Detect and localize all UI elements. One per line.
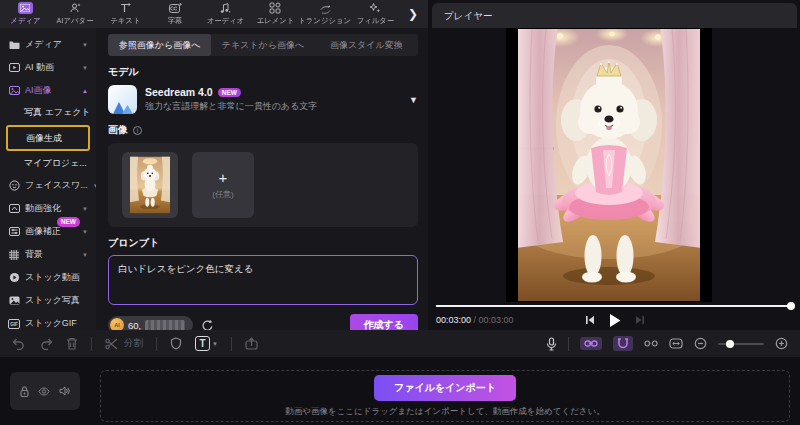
sidebar-item-ai-video[interactable]: AI 動画 ▼ <box>4 56 92 79</box>
tab-elements[interactable]: エレメント <box>250 0 300 28</box>
credits-amount: 60, <box>128 320 141 331</box>
tab-audio-label: オーディオ <box>206 15 243 25</box>
tab-text-to-image[interactable]: テキストから画像へ <box>211 34 314 56</box>
chevron-down-icon: ▼ <box>82 229 88 235</box>
tab-filters-label: フィルター <box>356 15 393 25</box>
previous-frame-button[interactable] <box>585 315 595 325</box>
zoom-in-icon[interactable] <box>775 337 788 350</box>
next-frame-button[interactable] <box>635 315 645 325</box>
filmora-app-window: メディア AIアバター テキスト 字幕 オーディオ <box>0 0 800 425</box>
sidebar-item-face-swap[interactable]: フェイススワ... ▼ <box>4 174 92 197</box>
sidebar-item-label: 背景 <box>25 248 43 261</box>
zoom-slider-knob[interactable] <box>726 340 734 348</box>
face-swap-icon <box>8 180 20 192</box>
model-new-badge: NEW <box>218 88 241 97</box>
tabs-overflow-chevron-icon[interactable]: ❯ <box>400 0 426 28</box>
sidebar-item-image-correction[interactable]: 画像補正 NEW ▼ <box>4 220 92 243</box>
sidebar-subitem-photo-effects[interactable]: 写真 エフェクト <box>4 102 92 123</box>
elements-icon <box>269 2 281 14</box>
redo-icon[interactable] <box>39 338 53 350</box>
media-icon <box>18 2 33 14</box>
tab-elements-label: エレメント <box>256 15 294 25</box>
tab-filters[interactable]: フィルター <box>350 0 400 28</box>
playhead-knob[interactable] <box>787 302 795 310</box>
model-description: 強力な言語理解と非常に一貫性のある文字 <box>145 100 317 113</box>
import-hint-text: 動画や画像をここにドラッグまたはインポートして、動画作成を始めてください。 <box>285 406 604 418</box>
sidebar-item-background[interactable]: 背景 ▼ <box>4 243 92 266</box>
chevron-up-icon: ▲ <box>82 88 88 94</box>
tab-transitions[interactable]: トランジション <box>300 0 350 28</box>
stock-video-icon <box>8 272 20 284</box>
sidebar-item-ai-image[interactable]: AI画像 ▲ <box>4 79 92 102</box>
playback-progress-bar[interactable] <box>436 305 794 307</box>
timeline-toolbar: 分割 T ▼ <box>0 330 800 357</box>
tab-media-label: メディア <box>10 15 40 25</box>
text-tool-button[interactable]: T ▼ <box>195 336 218 351</box>
import-drop-zone[interactable]: ファイルをインポート 動画や画像をここにドラッグまたはインポートして、動画作成を… <box>100 370 790 422</box>
sidebar-item-stock-video[interactable]: ストック動画 <box>4 266 92 289</box>
sidebar-item-label: AI 動画 <box>25 61 54 74</box>
split-label[interactable]: 分割 <box>124 337 143 350</box>
record-voiceover-icon[interactable] <box>546 337 557 351</box>
new-badge: NEW <box>57 217 80 227</box>
sidebar-item-media[interactable]: メディア ▼ <box>4 33 92 56</box>
sidebar-item-stock-gif[interactable]: GIF ストックGIF <box>4 312 92 330</box>
timeline-area[interactable]: ファイルをインポート 動画や画像をここにドラッグまたはインポートして、動画作成を… <box>0 357 800 425</box>
undo-icon[interactable] <box>12 338 26 350</box>
auto-ripple-link-icon[interactable] <box>580 337 602 350</box>
plus-icon: + <box>219 170 228 185</box>
tab-text[interactable]: テキスト <box>100 0 150 28</box>
export-clip-icon[interactable] <box>245 337 258 350</box>
sidebar-item-stock-photo[interactable]: ストック写真 <box>4 289 92 312</box>
tab-audio[interactable]: オーディオ <box>200 0 250 28</box>
model-meta: Seedream 4.0 NEW 強力な言語理解と非常に一貫性のある文字 <box>145 86 317 113</box>
toolbar-right-group <box>546 336 788 351</box>
filters-icon <box>369 2 381 14</box>
reference-image-thumbnail[interactable] <box>122 152 178 218</box>
video-viewport[interactable] <box>506 28 712 302</box>
chevron-down-icon: ▼ <box>212 341 218 347</box>
top-tab-bar: メディア AIアバター テキスト 字幕 オーディオ <box>0 0 428 28</box>
text-icon <box>119 2 131 14</box>
toolbar-divider <box>568 337 569 351</box>
prompt-input[interactable]: 白いドレスをピンク色に変える <box>108 255 418 305</box>
tab-media[interactable]: メディア <box>0 0 50 28</box>
snap-magnet-icon[interactable] <box>613 336 633 351</box>
sidebar-item-video-enhance[interactable]: 動画強化 ▼ <box>4 197 92 220</box>
tab-reference-image-to-image[interactable]: 参照画像から画像へ <box>108 34 211 56</box>
sidebar-subitem-label: マイプロジェ... <box>24 157 87 170</box>
split-icon[interactable] <box>105 338 118 350</box>
sidebar-subitem-image-generation[interactable]: 画像生成 <box>6 125 90 151</box>
svg-text:GIF: GIF <box>10 322 18 327</box>
tab-subtitles[interactable]: 字幕 <box>150 0 200 28</box>
model-selector[interactable]: Seedream 4.0 NEW 強力な言語理解と非常に一貫性のある文字 ▼ <box>108 85 418 114</box>
ai-image-icon <box>8 85 20 97</box>
add-reference-image-button[interactable]: + (任意) <box>192 152 254 218</box>
model-name: Seedream 4.0 <box>145 86 213 98</box>
sidebar-item-label: 動画強化 <box>25 202 61 215</box>
sidebar-subitem-my-projects[interactable]: マイプロジェ... <box>4 153 92 174</box>
generation-mode-tabs: 参照画像から画像へ テキストから画像へ 画像スタイル変換 <box>108 34 418 56</box>
lock-track-icon[interactable] <box>20 386 29 397</box>
hide-track-eye-icon[interactable] <box>38 387 50 396</box>
chevron-down-icon[interactable]: ▼ <box>409 95 418 105</box>
info-icon[interactable]: i <box>133 126 142 135</box>
ai-image-panel: 参照画像から画像へ テキストから画像へ 画像スタイル変換 モデル Seedrea… <box>96 28 428 330</box>
tab-transitions-label: トランジション <box>299 15 352 25</box>
credits-amount-redacted <box>145 320 185 331</box>
prompt-section-label: プロンプト <box>108 236 418 250</box>
chevron-down-icon: ▼ <box>82 206 88 212</box>
timeline-zoom-slider[interactable] <box>718 343 764 345</box>
tab-image-style-transfer[interactable]: 画像スタイル変換 <box>315 34 418 56</box>
play-button[interactable] <box>609 314 621 327</box>
delete-icon[interactable] <box>66 337 78 350</box>
import-file-button[interactable]: ファイルをインポート <box>374 375 516 401</box>
tab-ai-avatar[interactable]: AIアバター <box>50 0 100 28</box>
mute-track-speaker-icon[interactable] <box>59 386 70 396</box>
unlink-clip-icon[interactable] <box>644 339 658 348</box>
stock-gif-icon: GIF <box>8 318 20 330</box>
fit-timeline-icon[interactable] <box>669 338 683 349</box>
reference-dog-image <box>130 156 170 214</box>
zoom-out-icon[interactable] <box>694 337 707 350</box>
keyframe-shield-icon[interactable] <box>170 337 182 350</box>
